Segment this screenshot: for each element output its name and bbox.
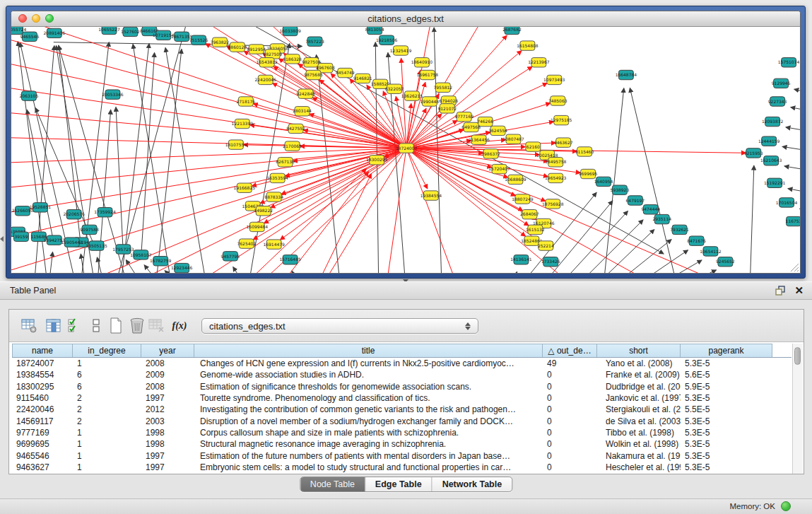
table-row[interactable]: 1830029562008Estimation of significance … bbox=[12, 381, 792, 392]
graph-node-label: 7625402 bbox=[237, 241, 257, 246]
close-panel-icon[interactable]: ✕ bbox=[794, 285, 804, 296]
select-columns-button[interactable] bbox=[66, 317, 84, 335]
table-cell: 5.6E-5 bbox=[681, 369, 772, 380]
graph-edge[interactable] bbox=[47, 252, 53, 273]
graph-edge[interactable] bbox=[233, 267, 258, 273]
table-row[interactable]: 1938455462009Genome-wide association stu… bbox=[12, 369, 792, 380]
close-window-button[interactable] bbox=[18, 14, 27, 23]
row-height-button[interactable] bbox=[87, 317, 105, 335]
graph-node-label: 10973493 bbox=[543, 77, 565, 82]
table-container: f(x) citations_edges.txt namein_degreeye… bbox=[8, 309, 804, 474]
graph-edge[interactable] bbox=[575, 230, 654, 273]
graph-edge[interactable] bbox=[27, 110, 54, 245]
graph-edge[interactable] bbox=[782, 146, 800, 151]
graph-edge[interactable] bbox=[624, 260, 702, 273]
graph-edge[interactable] bbox=[642, 270, 717, 273]
column-header-in_degree[interactable]: in_degree bbox=[73, 344, 141, 357]
graph-edge[interactable] bbox=[406, 148, 548, 177]
float-panel-button[interactable] bbox=[775, 286, 786, 296]
column-header-name[interactable]: name bbox=[12, 344, 73, 357]
application-window: citations_edges.txt 18724007183002951938… bbox=[0, 0, 812, 514]
table-vertical-scrollbar[interactable] bbox=[792, 344, 803, 474]
table-row[interactable]: 977716911998Corpus callosum shape and si… bbox=[12, 427, 792, 438]
graph-edge[interactable] bbox=[11, 148, 406, 217]
table-panel-header: Table Panel ✕ bbox=[0, 281, 812, 300]
graph-edge[interactable] bbox=[292, 271, 307, 273]
graph-edge[interactable] bbox=[786, 127, 800, 132]
graph-edge[interactable] bbox=[116, 107, 123, 254]
scrollbar-thumb[interactable] bbox=[794, 347, 801, 365]
create-column-button[interactable] bbox=[107, 317, 125, 335]
graph-edge[interactable] bbox=[406, 148, 681, 273]
delete-columns-button[interactable] bbox=[128, 317, 146, 335]
graph-node-label: 16914479 bbox=[263, 242, 285, 247]
graph-edge[interactable] bbox=[505, 271, 517, 273]
graph-edge[interactable] bbox=[406, 148, 529, 226]
table-cell: 0 bbox=[543, 381, 597, 392]
graph-edge[interactable] bbox=[406, 27, 434, 148]
graph-edge[interactable] bbox=[794, 89, 800, 93]
table-row[interactable]: 911546021997Tourette syndrome. Phenomeno… bbox=[12, 392, 792, 404]
graph-edge[interactable] bbox=[406, 148, 462, 273]
graph-node-label: 18300295 bbox=[366, 157, 388, 162]
graph-node-label: 8878334 bbox=[264, 194, 283, 199]
graph-node-label: 8813054 bbox=[365, 27, 384, 32]
graph-node-label: 9245652 bbox=[716, 259, 735, 264]
table-cell: 0 bbox=[543, 450, 597, 462]
table-cell: 5.3E-5 bbox=[681, 358, 772, 369]
graph-edge[interactable] bbox=[81, 254, 88, 273]
table-row[interactable]: 1456911722003Disruption of a novel membe… bbox=[12, 416, 792, 427]
graph-edge[interactable] bbox=[141, 52, 154, 259]
table-row[interactable]: 946554611997Estimation of the future num… bbox=[12, 450, 792, 462]
network-canvas-area[interactable]: 1872400718300295193845541615480812213967… bbox=[11, 27, 800, 273]
graph-node-label: 2684067 bbox=[520, 211, 539, 216]
column-header-title[interactable]: title bbox=[194, 344, 543, 357]
table-selector-dropdown[interactable]: citations_edges.txt bbox=[201, 318, 478, 334]
graph-node-label: 6794028 bbox=[439, 98, 458, 103]
graph-edge[interactable] bbox=[784, 166, 800, 171]
graph-node-label: 16543812 bbox=[257, 59, 278, 64]
column-header-year[interactable]: year bbox=[141, 344, 194, 357]
graph-edge[interactable] bbox=[791, 107, 800, 112]
zoom-window-button[interactable] bbox=[45, 14, 54, 23]
table-mode-button[interactable] bbox=[20, 317, 39, 335]
table-cell: 1997 bbox=[141, 450, 194, 462]
graph-edge[interactable] bbox=[133, 45, 175, 273]
table-row[interactable]: 2242004622012Investigating the contribut… bbox=[12, 404, 792, 415]
function-builder-button[interactable]: f(x) bbox=[170, 317, 189, 335]
network-window-titlebar[interactable]: citations_edges.txt bbox=[11, 11, 800, 27]
memory-status-indicator[interactable] bbox=[781, 501, 791, 511]
graph-node-label: 2170065 bbox=[283, 144, 302, 148]
tab-edge-table[interactable]: Edge Table bbox=[365, 477, 433, 491]
table-row[interactable]: 969969511998Structural magnetic resonanc… bbox=[12, 438, 792, 450]
resize-grip[interactable] bbox=[790, 263, 799, 272]
graph-edge[interactable] bbox=[788, 189, 800, 194]
graph-edge[interactable] bbox=[749, 165, 754, 273]
table-row[interactable]: 1872400712008Changes of HCN gene express… bbox=[12, 358, 792, 369]
column-header-short[interactable]: short bbox=[597, 344, 681, 357]
graph-node-label: 13626215 bbox=[401, 93, 423, 98]
table-cell: de Silva et al. (2003) bbox=[597, 416, 681, 427]
column-header-out_de[interactable]: △ out_de… bbox=[543, 344, 597, 357]
graph-node-label: 8427552 bbox=[286, 126, 305, 131]
tab-node-table[interactable]: Node Table bbox=[300, 477, 365, 491]
table-cell: 0 bbox=[543, 369, 597, 380]
graph-edge[interactable] bbox=[54, 42, 302, 47]
graph-edge[interactable] bbox=[165, 47, 210, 273]
table-type-tabs: Node TableEdge TableNetwork Table bbox=[300, 477, 512, 492]
minimize-window-button[interactable] bbox=[32, 14, 40, 23]
tab-network-table[interactable]: Network Table bbox=[433, 477, 512, 491]
table-row[interactable]: 946362711997Embryonic stem cells: a mode… bbox=[12, 462, 792, 473]
column-header-pagerank[interactable]: pagerank bbox=[681, 344, 772, 357]
collapse-left-panel-arrow[interactable] bbox=[0, 236, 4, 242]
graph-edge[interactable] bbox=[273, 66, 406, 148]
graph-edge[interactable] bbox=[557, 220, 643, 273]
show-columns-button[interactable] bbox=[45, 317, 63, 335]
table-cell: 2 bbox=[73, 416, 141, 427]
graph-node-label: 12923446 bbox=[171, 265, 193, 270]
graph-edge[interactable] bbox=[606, 250, 688, 273]
table-cell: Embryonic stem cells: a model to study s… bbox=[194, 462, 543, 473]
table-cell: 1997 bbox=[141, 392, 194, 404]
graph-node-label: 7932621 bbox=[670, 227, 689, 232]
graph-node-label: 19654923 bbox=[545, 175, 567, 180]
